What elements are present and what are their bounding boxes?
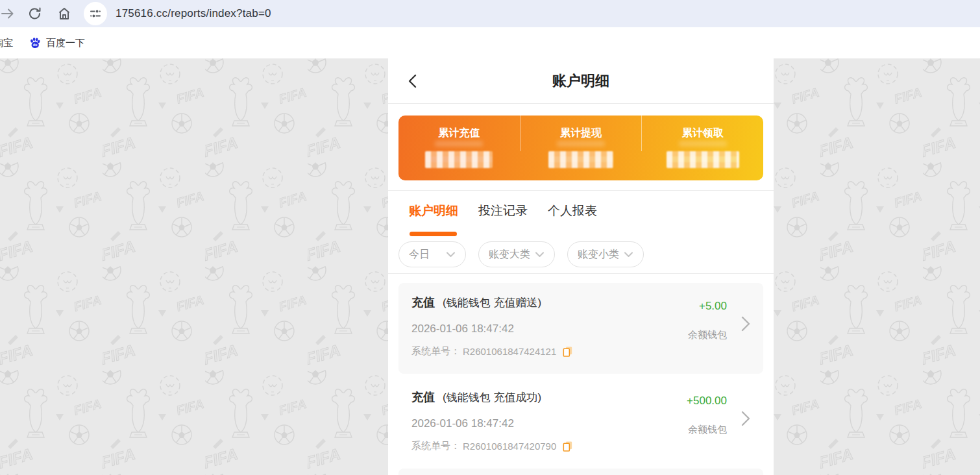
transaction-row[interactable]: 充值 (钱能钱包 充值成功) 2026-01-06 18:47:42 系统单号：…	[398, 378, 763, 469]
address-bar[interactable]: 175616.cc/reports/index?tab=0	[116, 0, 271, 27]
screen: 175616.cc/reports/index?tab=0 淘宝 du 百度一下	[0, 0, 980, 475]
order-label: 系统单号：	[411, 345, 460, 358]
masked-blur	[435, 141, 483, 147]
summary-label: 累计领取	[682, 127, 724, 140]
filter-label: 账变小类	[578, 248, 619, 262]
transaction-amount: +5.00	[688, 300, 727, 313]
section-divider	[388, 190, 774, 191]
order-number: R2601061847420790	[463, 441, 556, 452]
bookmarks-bar: 淘宝 du 百度一下	[0, 27, 980, 58]
filter-label: 账变大类	[489, 248, 530, 262]
bookmark-baidu[interactable]: du 百度一下	[29, 27, 85, 58]
page-title: 账户明细	[388, 58, 774, 104]
baidu-paw-icon: du	[29, 36, 42, 49]
tune-icon	[89, 7, 102, 20]
page-header: 账户明细	[388, 58, 774, 104]
account-detail-panel: 账户明细 累计充值 累计提现 累计领取 账户明细 投注记录 个人报表	[388, 58, 774, 475]
masked-blur	[679, 141, 727, 147]
masked-blur	[557, 141, 605, 147]
masked-value	[548, 151, 613, 168]
order-number: R2601061847424121	[463, 346, 556, 357]
chevron-right-icon	[739, 410, 753, 427]
summary-total-claim: 累计领取	[641, 116, 763, 180]
reload-icon[interactable]	[27, 6, 43, 21]
browser-toolbar: 175616.cc/reports/index?tab=0	[0, 0, 980, 27]
summary-card: 累计充值 累计提现 累计领取	[398, 116, 763, 180]
copy-icon[interactable]	[561, 440, 574, 452]
bookmark-label: 淘宝	[0, 37, 13, 49]
chevron-down-icon	[446, 251, 456, 258]
active-tab-indicator	[410, 232, 457, 236]
transaction-type: 充值	[411, 295, 435, 310]
masked-value	[425, 151, 493, 168]
summary-label: 累计提现	[560, 127, 602, 140]
section-divider	[388, 273, 774, 274]
svg-text:du: du	[33, 43, 38, 47]
copy-icon[interactable]	[561, 345, 574, 358]
chevron-down-icon	[624, 251, 633, 258]
bookmark-label: 百度一下	[46, 37, 85, 49]
transaction-row[interactable]	[398, 469, 763, 475]
filter-major-type-dropdown[interactable]: 账变大类	[478, 241, 555, 267]
tabs: 账户明细 投注记录 个人报表	[409, 202, 597, 219]
summary-total-deposit: 累计充值	[398, 116, 520, 180]
transaction-wallet: 余额钱包	[687, 424, 727, 436]
filter-label: 今日	[409, 248, 430, 262]
filter-minor-type-dropdown[interactable]: 账变小类	[567, 241, 644, 267]
bookmark-taobao[interactable]: 淘宝	[0, 27, 13, 58]
home-icon[interactable]	[56, 6, 72, 21]
transaction-row[interactable]: 充值 (钱能钱包 充值赠送) 2026-01-06 18:47:42 系统单号：…	[398, 283, 763, 374]
summary-label: 累计充值	[438, 127, 480, 140]
transaction-amount: +500.00	[687, 395, 727, 408]
transaction-type: 充值	[411, 389, 435, 405]
transaction-detail: (钱能钱包 充值赠送)	[443, 295, 541, 310]
tab-account-detail[interactable]: 账户明细	[409, 202, 458, 219]
forward-icon[interactable]	[0, 6, 16, 21]
tab-personal-report[interactable]: 个人报表	[548, 202, 597, 219]
chevron-down-icon	[535, 251, 545, 258]
tab-bet-records[interactable]: 投注记录	[478, 202, 528, 219]
transaction-detail: (钱能钱包 充值成功)	[443, 390, 541, 405]
summary-total-withdraw: 累计提现	[520, 116, 642, 180]
site-settings-chip[interactable]	[84, 2, 107, 25]
chevron-right-icon	[739, 315, 753, 332]
filter-date-dropdown[interactable]: 今日	[398, 241, 466, 267]
filter-row: 今日 账变大类 账变小类	[398, 241, 644, 267]
order-label: 系统单号：	[411, 440, 460, 452]
transaction-wallet: 余额钱包	[688, 329, 727, 341]
masked-value	[667, 151, 739, 168]
